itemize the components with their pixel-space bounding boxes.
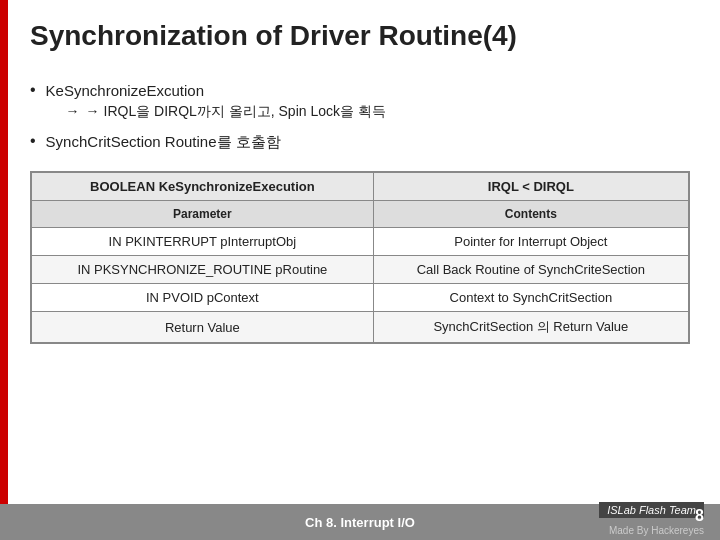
bullet-dot-2: •	[30, 132, 36, 150]
table-cell-row1-col1: IN PKINTERRUPT pInterruptObj	[32, 228, 374, 256]
arrow-icon: →	[66, 103, 80, 119]
page-title: Synchronization of Driver Routine(4)	[30, 20, 690, 52]
bullet-item-2: • SynchCritSection Routine를 호출함	[30, 131, 690, 154]
footer-right: 8 Made By Hackereyes	[609, 507, 704, 536]
bullet-subtext-1-text: → IRQL을 DIRQL까지 올리고, Spin Lock을 획득	[86, 103, 386, 119]
made-by-text: Made By Hackereyes	[609, 525, 704, 536]
table-cell-row3-col2: Context to SynchCritSection	[373, 284, 688, 312]
red-accent-bar	[0, 0, 8, 540]
table-cell-row2-col1: IN PKSYNCHRONIZE_ROUTINE pRoutine	[32, 256, 374, 284]
table-row: IN PKINTERRUPT pInterruptObj Pointer for…	[32, 228, 689, 256]
table-header-col2: IRQL < DIRQL	[373, 173, 688, 201]
table-row: IN PKSYNCHRONIZE_ROUTINE pRoutine Call B…	[32, 256, 689, 284]
table-header-col1: BOOLEAN KeSynchronizeExecution	[32, 173, 374, 201]
table-cell-row4-col1: Return Value	[32, 312, 374, 343]
table-cell-row1-col2: Pointer for Interrupt Object	[373, 228, 688, 256]
table-subheader-row: Parameter Contents	[32, 201, 689, 228]
table-subheader-col2: Contents	[373, 201, 688, 228]
table-row: Return Value SynchCritSection 의 Return V…	[32, 312, 689, 343]
table-cell-row4-col2: SynchCritSection 의 Return Value	[373, 312, 688, 343]
bullet-content-1: KeSynchronizeExcution →→ IRQL을 DIRQL까지 올…	[46, 80, 386, 121]
table-cell-row2-col2: Call Back Routine of SynchCriteSection	[373, 256, 688, 284]
footer-center-text: Ch 8. Interrupt I/O	[305, 515, 415, 530]
data-table: BOOLEAN KeSynchronizeExecution IRQL < DI…	[31, 172, 689, 343]
table-row: IN PVOID pContext Context to SynchCritSe…	[32, 284, 689, 312]
bullet-subtext-1: →→ IRQL을 DIRQL까지 올리고, Spin Lock을 획득	[66, 103, 386, 121]
data-table-container: BOOLEAN KeSynchronizeExecution IRQL < DI…	[30, 171, 690, 344]
page-number: 8	[609, 507, 704, 525]
bullet-section: • KeSynchronizeExcution →→ IRQL을 DIRQL까지…	[30, 80, 690, 153]
main-content: Synchronization of Driver Routine(4) • K…	[30, 0, 690, 344]
bullet-text-2: SynchCritSection Routine를 호출함	[46, 131, 281, 154]
footer-bar: ISLab Flash Team Ch 8. Interrupt I/O 8 M…	[0, 504, 720, 540]
table-subheader-col1: Parameter	[32, 201, 374, 228]
table-header-row: BOOLEAN KeSynchronizeExecution IRQL < DI…	[32, 173, 689, 201]
table-cell-row3-col1: IN PVOID pContext	[32, 284, 374, 312]
bullet-dot-1: •	[30, 81, 36, 99]
bullet-text-1: KeSynchronizeExcution	[46, 80, 386, 103]
bullet-item-1: • KeSynchronizeExcution →→ IRQL을 DIRQL까지…	[30, 80, 690, 121]
